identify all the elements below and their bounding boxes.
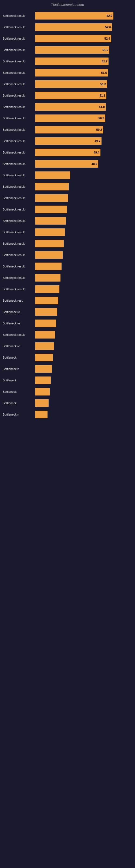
bar-row: Bottleneck result [3, 273, 130, 283]
bar-fill: 48.6 [35, 160, 98, 167]
bar-fill: 51.5 [35, 69, 108, 76]
bar-row: Bottleneck result [3, 239, 130, 248]
bar-label: Bottleneck [3, 390, 35, 393]
bar-container: 49.7 [35, 137, 130, 145]
bar-fill [35, 183, 69, 190]
bar-label: Bottleneck resu [3, 299, 35, 302]
bar-value: 52.4 [104, 37, 110, 40]
bar-row: Bottleneck [3, 387, 130, 397]
bar-value: 52.6 [104, 26, 111, 29]
bar-fill: 50.2 [35, 126, 103, 133]
bar-fill [35, 365, 52, 373]
bar-fill [35, 399, 49, 407]
bar-row: Bottleneck result51.3 [3, 79, 130, 89]
bar-fill [35, 240, 64, 247]
bar-container [35, 399, 130, 407]
bar-row: Bottleneck result49.7 [3, 136, 130, 146]
bar-label: Bottleneck re [3, 344, 35, 348]
bar-row: Bottleneck result [3, 193, 130, 203]
bar-container [35, 331, 130, 339]
bar-label: Bottleneck result [3, 196, 35, 199]
bar-value: 50.2 [96, 128, 102, 131]
bar-value: 49.4 [93, 151, 99, 154]
bar-value: 48.6 [91, 162, 97, 165]
bar-label: Bottleneck result [3, 60, 35, 63]
bar-container: 50.8 [35, 115, 130, 122]
bar-row: Bottleneck re [3, 318, 130, 328]
bar-container: 52.4 [35, 35, 130, 42]
bar-container: 52.9 [35, 12, 130, 20]
bar-row: Bottleneck result [3, 227, 130, 237]
bar-fill [35, 297, 58, 304]
bar-row: Bottleneck result [3, 250, 130, 260]
bar-label: Bottleneck result [3, 276, 35, 279]
bar-container: 50.2 [35, 126, 130, 133]
bar-container [35, 319, 130, 327]
bar-row: Bottleneck result51.9 [3, 45, 130, 55]
bar-label: Bottleneck re [3, 322, 35, 325]
bar-container [35, 183, 130, 190]
bar-fill: 52.9 [35, 12, 114, 20]
bar-label: Bottleneck result [3, 287, 35, 291]
bar-fill: 51.7 [35, 58, 108, 65]
bar-label: Bottleneck result [3, 151, 35, 154]
bar-fill [35, 274, 60, 282]
bar-row: Bottleneck result [3, 216, 130, 226]
bar-container [35, 285, 130, 293]
bar-row: Bottleneck [3, 375, 130, 385]
bar-container [35, 206, 130, 213]
bar-value: 52.9 [106, 14, 112, 18]
bar-row: Bottleneck result [3, 170, 130, 180]
bar-fill: 52.4 [35, 35, 111, 42]
bar-label: Bottleneck result [3, 219, 35, 222]
bar-label: Bottleneck result [3, 37, 35, 40]
bar-container: 48.6 [35, 160, 130, 167]
bar-container [35, 194, 130, 202]
bar-row: Bottleneck result50.8 [3, 113, 130, 123]
bar-label: Bottleneck result [3, 265, 35, 268]
bar-fill: 51.1 [35, 92, 106, 99]
bar-row: Bottleneck result [3, 182, 130, 191]
bar-container [35, 251, 130, 259]
bar-row: Bottleneck result [3, 284, 130, 294]
bar-row: Bottleneck n [3, 364, 130, 374]
bar-fill: 51.0 [35, 103, 106, 111]
bar-fill [35, 411, 48, 418]
bar-label: Bottleneck result [3, 230, 35, 234]
chart-area: Bottleneck result52.9Bottleneck result52… [0, 8, 135, 424]
bar-container [35, 388, 130, 396]
bar-row: Bottleneck result51.5 [3, 68, 130, 78]
bar-label: Bottleneck result [3, 208, 35, 211]
bar-container: 51.9 [35, 46, 130, 54]
bar-fill: 51.9 [35, 46, 109, 54]
bar-fill [35, 331, 55, 339]
bar-fill [35, 354, 53, 361]
bar-row: Bottleneck result50.2 [3, 125, 130, 134]
bar-fill [35, 194, 68, 202]
site-header: TheBottlenecker.com [0, 0, 135, 8]
bar-container [35, 354, 130, 361]
bar-row: Bottleneck result52.9 [3, 11, 130, 21]
bar-container [35, 411, 130, 418]
bar-container: 49.4 [35, 149, 130, 156]
bar-fill [35, 308, 57, 316]
bar-value: 49.7 [94, 140, 100, 143]
bar-fill [35, 172, 70, 179]
bar-row: Bottleneck result [3, 330, 130, 340]
bar-label: Bottleneck re [3, 310, 35, 314]
bar-label: Bottleneck [3, 401, 35, 405]
bar-label: Bottleneck n [3, 367, 35, 371]
bar-label: Bottleneck [3, 356, 35, 359]
bar-row: Bottleneck result52.4 [3, 34, 130, 43]
bar-container [35, 308, 130, 316]
bar-container: 51.3 [35, 80, 130, 88]
bar-container [35, 217, 130, 225]
bar-label: Bottleneck result [3, 174, 35, 177]
site-title: TheBottlenecker.com [51, 3, 84, 7]
bar-fill: 50.8 [35, 115, 105, 122]
bar-container: 51.0 [35, 103, 130, 111]
bar-label: Bottleneck result [3, 128, 35, 131]
bar-container [35, 376, 130, 384]
bar-label: Bottleneck result [3, 48, 35, 52]
bar-fill [35, 262, 61, 270]
